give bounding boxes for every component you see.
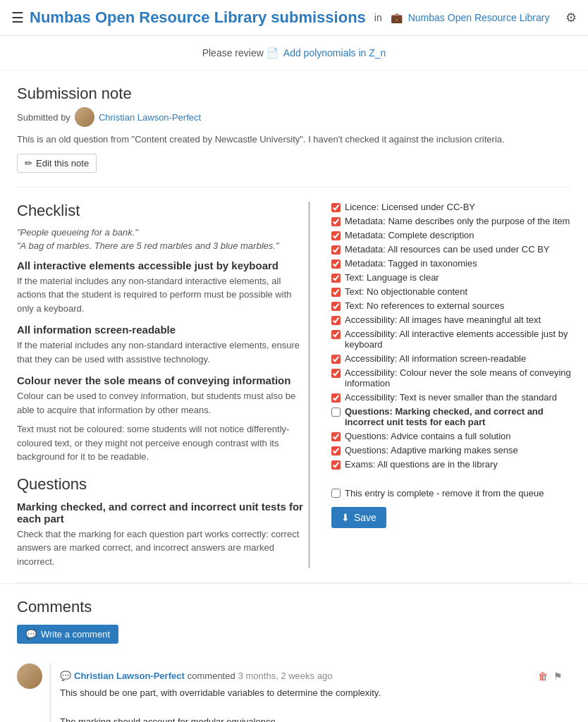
speech-icon: 💬 (25, 629, 37, 640)
scrollable-checklist[interactable]: Checklist "People queueing for a bank." … (17, 202, 310, 568)
right-checkbox-7[interactable] (331, 302, 341, 311)
right-checkbox-label: Metadata: Complete description (345, 230, 474, 240)
right-checkbox-0[interactable] (331, 203, 341, 212)
right-checkbox-15[interactable] (331, 446, 341, 455)
right-checklist-item: Questions: Marking checked, and correct … (331, 406, 571, 427)
hamburger-icon: ☰ (11, 9, 24, 26)
complete-label: This entry is complete - remove it from … (345, 488, 544, 498)
right-checklist-item: Questions: Adaptive marking makes sense (331, 445, 571, 455)
review-link[interactable]: Add polynomials in Z_n (283, 47, 386, 59)
right-checkbox-label: Accessibility: Text is never smaller tha… (345, 392, 557, 403)
left-checklist-items: All interactive elements accessible just… (17, 259, 304, 464)
comment-author-link[interactable]: Christian Lawson-Perfect (74, 671, 185, 681)
save-icon: ⬇ (341, 512, 350, 523)
flag-icon[interactable]: ⚑ (553, 671, 563, 682)
complete-checkbox[interactable] (331, 489, 341, 498)
checklist-item-title: All information screen-readable (17, 324, 304, 336)
right-checkbox-label: Text: Language is clear (345, 272, 439, 283)
top-header: ☰ Numbas Open Resource Library submissio… (0, 0, 588, 36)
right-checklist-item: Metadata: All resources can be used unde… (331, 244, 571, 255)
comments-title: Comments (17, 598, 571, 616)
right-checkbox-12[interactable] (331, 393, 341, 403)
checklist-right: Licence: Licensed under CC-BYMetadata: N… (331, 202, 571, 568)
comments-list: 💬Christian Lawson-Perfect commented 3 mo… (17, 663, 571, 723)
right-checkbox-6[interactable] (331, 288, 341, 297)
comment-body: 💬Christian Lawson-Perfect commented 3 mo… (49, 663, 571, 723)
right-checkbox-2[interactable] (331, 231, 341, 240)
review-file-icon: 📄 (267, 47, 278, 59)
right-checklist-item: Accessibility: Colour never the sole mea… (331, 367, 571, 388)
right-checkbox-9[interactable] (331, 330, 341, 339)
right-checkbox-label: Metadata: Tagged in taxonomies (345, 258, 477, 269)
right-checkbox-label: Accessibility: All information screen-re… (345, 353, 526, 364)
submission-note-section: Submission note Submitted by Christian L… (17, 85, 571, 173)
submitted-by-row: Submitted by Christian Lawson-Perfect (17, 107, 571, 127)
header-title-link[interactable]: Numbas Open Resource Library submissions (30, 8, 366, 27)
save-label: Save (354, 512, 376, 523)
right-checklist-item: Accessibility: All interactive elements … (331, 329, 571, 350)
right-checkbox-label: Questions: Marking checked, and correct … (345, 406, 571, 427)
right-checkbox-11[interactable] (331, 369, 341, 378)
right-checklist-item: Accessibility: All images have meaningfu… (331, 314, 571, 325)
in-text: in (374, 12, 382, 23)
edit-note-button[interactable]: ✏ Edit this note (17, 154, 97, 173)
right-checkbox-3[interactable] (331, 245, 341, 255)
right-checkbox-16[interactable] (331, 460, 341, 470)
right-checklist-item: Licence: Licensed under CC-BY (331, 202, 571, 212)
library-icon: 💼 (391, 12, 403, 23)
comment-header: 💬Christian Lawson-Perfect commented 3 mo… (60, 671, 563, 682)
right-checkbox-label: Accessibility: All interactive elements … (345, 329, 571, 350)
right-checkbox-10[interactable] (331, 355, 341, 364)
review-prefix: Please review (202, 47, 264, 59)
edit-note-label: Edit this note (36, 158, 89, 169)
submitted-label: Submitted by (17, 112, 71, 123)
complete-item: This entry is complete - remove it from … (331, 488, 571, 498)
right-checklist-item: Exams: All questions are in the library (331, 459, 571, 470)
author-link[interactable]: Christian Lawson-Perfect (99, 112, 201, 123)
right-checkbox-label: Licence: Licensed under CC-BY (345, 202, 475, 212)
checklist-quote-1: "People queueing for a bank." (17, 227, 304, 238)
submission-text: This is an old question from "Content cr… (17, 133, 571, 147)
pencil-icon: ✏ (25, 158, 32, 169)
right-checklist-item: Accessibility: All information screen-re… (331, 353, 571, 364)
right-checklist-item: Accessibility: Text is never smaller tha… (331, 392, 571, 403)
right-checklist-item: Text: Language is clear (331, 272, 571, 283)
right-checkbox-label: Questions: Advice contains a full soluti… (345, 431, 511, 441)
right-checkbox-13[interactable] (331, 408, 341, 417)
review-bar: Please review 📄 Add polynomials in Z_n (0, 36, 588, 71)
right-checklist-item: Questions: Advice contains a full soluti… (331, 431, 571, 441)
questions-section: Questions Marking checked, and correct a… (17, 475, 304, 568)
list-item: Marking checked, and correct and incorre… (17, 501, 304, 568)
q-item-desc: Check that the marking for each question… (17, 527, 304, 568)
checklist-left: Checklist "People queueing for a bank." … (17, 202, 317, 568)
list-item: All interactive elements accessible just… (17, 259, 304, 316)
right-checkbox-label: Metadata: Name describes only the purpos… (345, 216, 570, 226)
right-checklist-items: Licence: Licensed under CC-BYMetadata: N… (331, 202, 571, 470)
comment-speech-icon: 💬 (60, 671, 71, 681)
checklist-item-title: All interactive elements accessible just… (17, 259, 304, 271)
comment-avatar (17, 663, 42, 689)
write-comment-button[interactable]: 💬 Write a comment (17, 625, 118, 644)
right-checkbox-4[interactable] (331, 259, 341, 269)
right-checkbox-14[interactable] (331, 432, 341, 441)
library-link[interactable]: Numbas Open Resource Library (408, 12, 550, 23)
divider-1 (17, 187, 571, 188)
right-checkbox-label: Exams: All questions are in the library (345, 459, 498, 470)
comments-section: Comments 💬 Write a comment 💬Christian La… (0, 583, 588, 723)
list-item: Text must not be coloured: some students… (17, 422, 304, 464)
complete-section: This entry is complete - remove it from … (331, 481, 571, 528)
right-checklist-item: Metadata: Complete description (331, 230, 571, 240)
right-checklist-item: Metadata: Name describes only the purpos… (331, 216, 571, 226)
right-checkbox-5[interactable] (331, 274, 341, 283)
checklist-quote-2: "A bag of marbles. There are 5 red marbl… (17, 240, 304, 251)
comment-text: This should be one part, with overridabl… (60, 686, 563, 723)
gear-icon[interactable]: ⚙ (565, 10, 577, 25)
right-checkbox-label: Accessibility: All images have meaningfu… (345, 314, 541, 325)
right-checkbox-8[interactable] (331, 316, 341, 325)
right-checkbox-1[interactable] (331, 217, 341, 226)
save-button[interactable]: ⬇ Save (331, 507, 386, 528)
trash-icon[interactable]: 🗑 (538, 671, 548, 682)
comment-actions: 🗑⚑ (538, 671, 563, 682)
list-item: All information screen-readable If the m… (17, 324, 304, 366)
questions-title: Questions (17, 475, 304, 494)
